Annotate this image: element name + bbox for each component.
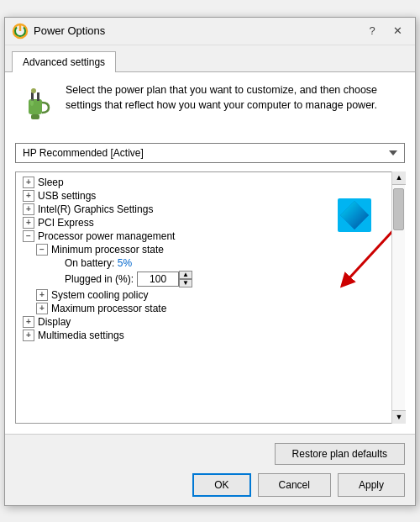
- expand-icon[interactable]: +: [23, 177, 34, 188]
- svg-point-7: [31, 88, 36, 93]
- list-item[interactable]: Plugged in (%): ▲ ▼: [46, 270, 404, 288]
- list-item[interactable]: + Sleep: [19, 176, 404, 189]
- scroll-down-button[interactable]: ▼: [392, 410, 406, 424]
- scroll-up-button[interactable]: ▲: [392, 171, 406, 185]
- svg-rect-5: [37, 92, 39, 101]
- expand-icon[interactable]: +: [23, 330, 34, 341]
- expand-icon[interactable]: +: [23, 203, 34, 215]
- title-bar-controls: ? ✕: [361, 23, 408, 40]
- action-row: OK Cancel Apply: [15, 473, 405, 497]
- tab-bar: Advanced settings: [5, 45, 415, 72]
- item-label: Display: [38, 316, 71, 328]
- bottom-bar: Restore plan defaults OK Cancel Apply: [5, 434, 415, 505]
- plugged-in-input[interactable]: [137, 272, 179, 287]
- restore-defaults-button[interactable]: Restore plan defaults: [275, 443, 405, 465]
- title-bar: Power Options ? ✕: [5, 18, 415, 45]
- svg-point-6: [30, 99, 34, 106]
- list-item[interactable]: + Display: [19, 315, 404, 329]
- help-button[interactable]: ?: [361, 23, 383, 40]
- scroll-track: [392, 185, 405, 410]
- description-text: Select the power plan that you want to c…: [66, 82, 405, 114]
- item-label: PCI Express: [38, 217, 94, 229]
- power-options-dialog: Power Options ? ✕ Advanced settings: [4, 17, 416, 506]
- item-label: Intel(R) Graphics Settings: [38, 203, 153, 215]
- list-item[interactable]: + Intel(R) Graphics Settings: [19, 203, 404, 216]
- svg-line-12: [345, 228, 396, 282]
- description-area: Select the power plan that you want to c…: [15, 82, 405, 131]
- expand-icon[interactable]: −: [36, 244, 48, 256]
- spinner-down-button[interactable]: ▼: [179, 279, 192, 287]
- item-label: USB settings: [38, 190, 96, 202]
- spinner-buttons: ▲ ▼: [179, 271, 192, 287]
- window-title: Power Options: [34, 24, 105, 37]
- expand-icon[interactable]: −: [23, 230, 34, 242]
- app-icon: [12, 23, 29, 40]
- item-label: On battery: 5%: [65, 257, 132, 269]
- expand-icon[interactable]: +: [36, 289, 48, 301]
- spinner-up-button[interactable]: ▲: [179, 271, 192, 279]
- tab-advanced-settings[interactable]: Advanced settings: [12, 51, 116, 72]
- ok-button[interactable]: OK: [192, 473, 250, 497]
- spinner-group: ▲ ▼: [137, 271, 192, 287]
- item-label: Maximum processor state: [51, 303, 166, 314]
- title-bar-left: Power Options: [12, 23, 105, 40]
- svg-rect-3: [31, 114, 39, 119]
- tree-wrapper: + Sleep + USB settings + Intel(R) Graphi…: [15, 171, 405, 424]
- expand-icon[interactable]: +: [23, 217, 34, 229]
- expand-icon[interactable]: +: [23, 316, 34, 328]
- cancel-button[interactable]: Cancel: [258, 473, 331, 497]
- dropdown-row: HP Recommended [Active] Balanced Power s…: [15, 143, 405, 163]
- scroll-thumb[interactable]: [393, 188, 404, 230]
- restore-row: Restore plan defaults: [15, 443, 405, 465]
- power-icon: [15, 82, 55, 123]
- item-label: Processor power management: [38, 230, 175, 242]
- dialog-content: Select the power plan that you want to c…: [5, 72, 415, 434]
- close-button[interactable]: ✕: [386, 23, 408, 40]
- settings-tree: + Sleep + USB settings + Intel(R) Graphi…: [15, 171, 405, 424]
- list-item[interactable]: + Maximum processor state: [33, 302, 404, 315]
- plan-dropdown[interactable]: HP Recommended [Active] Balanced Power s…: [15, 143, 405, 163]
- expand-icon[interactable]: +: [36, 303, 48, 314]
- scrollbar[interactable]: ▲ ▼: [391, 171, 405, 424]
- apply-button[interactable]: Apply: [338, 473, 405, 497]
- item-label: Plugged in (%):: [65, 273, 134, 285]
- item-label: Sleep: [38, 177, 64, 188]
- list-item[interactable]: + Multimedia settings: [19, 329, 404, 342]
- battery-value: 5%: [118, 257, 132, 269]
- expand-icon[interactable]: +: [23, 190, 34, 202]
- item-label: Minimum processor state: [51, 244, 164, 256]
- item-label: System cooling policy: [51, 289, 148, 301]
- item-label: Multimedia settings: [38, 330, 124, 341]
